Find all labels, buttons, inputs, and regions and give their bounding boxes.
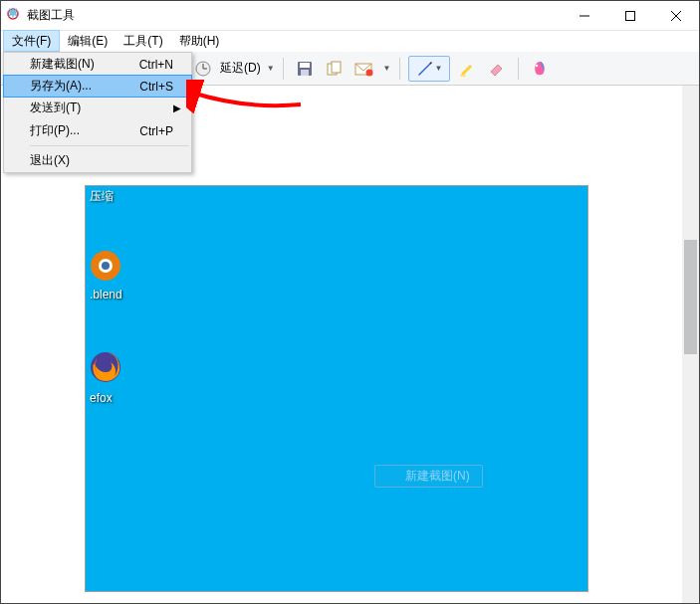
desktop-icon-blend xyxy=(86,246,125,286)
toolbar-separator xyxy=(399,58,400,80)
save-button[interactable] xyxy=(292,56,318,82)
menu-bar: 文件(F) 编辑(E) 工具(T) 帮助(H) xyxy=(1,31,699,52)
file-menu-new[interactable]: 新建截图(N) Ctrl+N xyxy=(4,53,191,76)
ghost-new-snip-button: 新建截图(N) xyxy=(374,465,483,488)
pen-dropdown-arrow[interactable]: ▼ xyxy=(435,64,443,73)
submenu-arrow-icon: ▶ xyxy=(173,102,181,113)
svg-point-14 xyxy=(365,69,372,76)
svg-rect-12 xyxy=(332,62,341,73)
window-title: 截图工具 xyxy=(25,7,562,24)
toolbar-separator xyxy=(283,58,284,80)
svg-point-19 xyxy=(102,262,110,270)
mail-dropdown-arrow[interactable]: ▼ xyxy=(383,64,391,73)
file-menu-saveas-shortcut: Ctrl+S xyxy=(139,80,191,94)
svg-rect-15 xyxy=(460,75,466,77)
close-button[interactable] xyxy=(653,1,699,31)
menu-file[interactable]: 文件(F) xyxy=(3,30,60,52)
menu-help[interactable]: 帮助(H) xyxy=(171,31,228,52)
desktop-icon-firefox xyxy=(86,347,125,387)
ghost-button-label: 新建截图(N) xyxy=(405,469,470,483)
svg-rect-10 xyxy=(301,70,309,76)
delay-label: 延迟(D) xyxy=(220,60,261,77)
file-menu-print-shortcut: Ctrl+P xyxy=(139,124,191,138)
file-menu-sendto[interactable]: 发送到(T) ▶ xyxy=(4,97,191,119)
file-menu-saveas[interactable]: 另存为(A)... Ctrl+S xyxy=(3,75,192,98)
toolbar-separator xyxy=(518,58,519,80)
file-menu-dropdown: 新建截图(N) Ctrl+N 另存为(A)... Ctrl+S 发送到(T) ▶… xyxy=(3,52,192,173)
vertical-scrollbar[interactable] xyxy=(682,86,699,603)
file-menu-new-label: 新建截图(N) xyxy=(4,56,139,73)
desktop-label-compress: 压缩 xyxy=(90,188,114,205)
app-icon xyxy=(1,6,25,25)
file-menu-print[interactable]: 打印(P)... Ctrl+P xyxy=(4,119,191,142)
mail-button[interactable] xyxy=(351,56,377,82)
svg-point-16 xyxy=(535,64,538,67)
highlighter-button[interactable] xyxy=(454,56,480,82)
menu-tools-label: 工具(T) xyxy=(123,33,162,50)
scrollbar-thumb[interactable] xyxy=(684,240,697,354)
paint3d-button[interactable] xyxy=(527,56,553,82)
title-bar: 截图工具 xyxy=(1,1,699,31)
menu-help-label: 帮助(H) xyxy=(179,33,220,50)
menu-edit[interactable]: 编辑(E) xyxy=(60,31,116,52)
pen-button[interactable]: ▼ xyxy=(408,56,450,82)
clock-icon[interactable] xyxy=(190,56,216,82)
desktop-label-firefox: efox xyxy=(90,391,113,405)
svg-rect-9 xyxy=(300,63,310,68)
eraser-button[interactable] xyxy=(484,56,510,82)
maximize-button[interactable] xyxy=(607,1,653,31)
captured-screenshot: 压缩 .blend efox 新建截图(N) xyxy=(85,185,588,592)
menu-file-label: 文件(F) xyxy=(12,33,51,50)
copy-button[interactable] xyxy=(322,56,348,82)
file-menu-saveas-label: 另存为(A)... xyxy=(4,78,139,95)
menu-separator xyxy=(30,145,189,146)
file-menu-exit-label: 退出(X) xyxy=(4,152,191,169)
delay-dropdown-arrow[interactable]: ▼ xyxy=(267,64,275,73)
file-menu-print-label: 打印(P)... xyxy=(4,122,139,139)
file-menu-sendto-label: 发送到(T) xyxy=(4,100,191,116)
menu-tools[interactable]: 工具(T) xyxy=(116,31,170,52)
minimize-button[interactable] xyxy=(562,1,607,31)
file-menu-new-shortcut: Ctrl+N xyxy=(139,58,191,72)
svg-rect-2 xyxy=(626,11,635,20)
file-menu-exit[interactable]: 退出(X) xyxy=(4,149,191,172)
menu-edit-label: 编辑(E) xyxy=(68,33,108,50)
desktop-label-blend: .blend xyxy=(90,288,122,302)
